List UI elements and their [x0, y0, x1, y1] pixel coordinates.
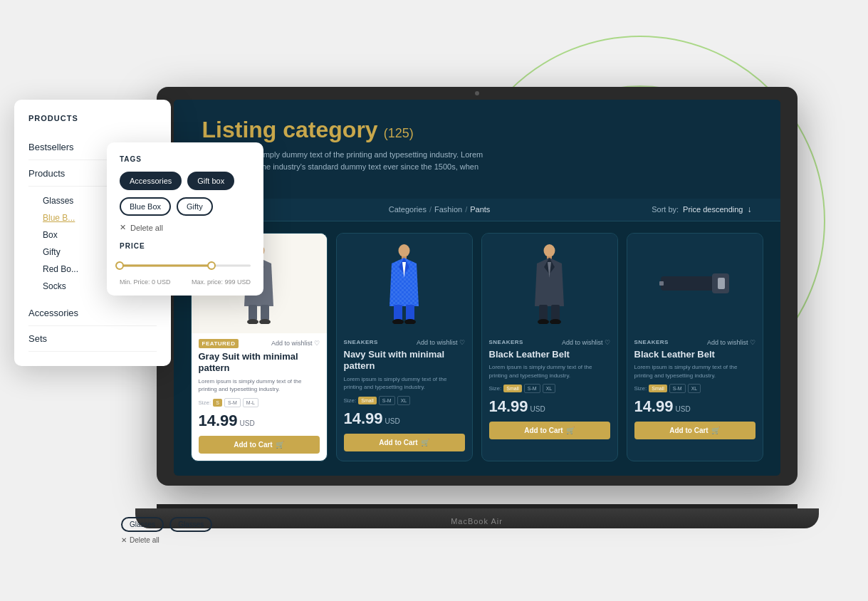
price-section-title: PRICE: [120, 242, 251, 250]
scene: PRODUCTS Bestsellers + Products − Glasse…: [0, 0, 868, 601]
size-row-0: Size: S S-M M-L: [199, 398, 320, 407]
svg-rect-3: [261, 305, 269, 320]
price-0: 14.99: [199, 412, 238, 430]
suit-dark-svg: [530, 242, 569, 324]
svg-rect-22: [718, 278, 725, 289]
price-1: 14.99: [344, 409, 383, 428]
badge-row-1: SNEAKERS Add to wishlist ♡: [344, 339, 465, 346]
listing-title: Listing category (125): [202, 117, 752, 143]
wishlist-btn-2[interactable]: Add to wishlist ♡: [562, 339, 610, 346]
breadcrumb-sep-1: /: [429, 205, 432, 214]
breadcrumb-sep-2: /: [465, 205, 467, 214]
applied-tag-glasses-1[interactable]: Glasses: [121, 517, 164, 532]
product-card-info-0: FEATURED Add to wishlist ♡ Gray Suit wit…: [192, 333, 327, 461]
slider-thumb-min[interactable]: [115, 261, 124, 270]
add-to-cart-3[interactable]: Add to Cart 🛒: [634, 422, 755, 439]
laptop-hinge: [157, 504, 798, 508]
product-card-3: SNEAKERS Add to wishlist ♡ Black Leather…: [627, 233, 763, 461]
size-sm-3[interactable]: S-M: [669, 384, 686, 393]
badge-category-2: SNEAKERS: [489, 339, 523, 345]
badge-category-3: SNEAKERS: [634, 339, 669, 345]
tag-accessories[interactable]: Accessories: [120, 172, 182, 190]
breadcrumb-pants[interactable]: Pants: [470, 205, 490, 214]
price-row-0: 14.99 USD: [199, 412, 320, 430]
product-card-info-1: SNEAKERS Add to wishlist ♡ Navy Suit wit…: [337, 333, 472, 459]
sidebar-item-accessories[interactable]: Accessories: [28, 300, 157, 326]
screen-header: Listing category (125) Lorem Ipsum is si…: [174, 100, 780, 199]
product-desc-2: Lorem ipsum is simply dummy text of the …: [489, 363, 610, 379]
slider-fill: [120, 265, 211, 267]
badge-featured: FEATURED: [199, 339, 239, 348]
size-ml-0[interactable]: M-L: [243, 398, 258, 407]
sidebar-item-sets[interactable]: Sets: [28, 326, 157, 352]
price-2: 14.99: [489, 397, 528, 416]
size-xl-3[interactable]: XL: [688, 384, 701, 393]
size-s-0[interactable]: S: [213, 399, 222, 407]
add-to-cart-0[interactable]: Add to Cart 🛒: [199, 436, 320, 454]
size-small-2[interactable]: Small: [503, 385, 522, 392]
size-small-3[interactable]: Small: [649, 385, 667, 392]
suit-blue-svg: [385, 242, 424, 324]
badge-row-0: FEATURED Add to wishlist ♡: [199, 339, 320, 348]
wishlist-btn-1[interactable]: Add to wishlist ♡: [417, 339, 465, 346]
size-xl-2[interactable]: XL: [543, 384, 556, 393]
price-slider[interactable]: [120, 258, 251, 273]
applied-delete-icon: ✕: [121, 536, 127, 544]
applied-tag-row: Glasses Glasses: [121, 517, 212, 532]
applied-delete-label: Delete all: [130, 536, 160, 544]
size-sm-0[interactable]: S-M: [224, 398, 241, 407]
product-card-info-2: SNEAKERS Add to wishlist ♡ Black Leather…: [482, 333, 617, 446]
breadcrumb-fashion[interactable]: Fashion: [434, 205, 462, 214]
tag-giftbox[interactable]: Gift box: [187, 172, 234, 190]
product-card-2: SNEAKERS Add to wishlist ♡ Black Leather…: [481, 233, 618, 461]
svg-rect-9: [406, 305, 414, 320]
breadcrumb-categories[interactable]: Categories: [389, 205, 427, 214]
tag-bluebox[interactable]: Blue Box: [120, 197, 171, 216]
wishlist-btn-3[interactable]: Add to wishlist ♡: [707, 339, 755, 346]
size-label-0: Size:: [199, 399, 211, 406]
sort-arrow-icon[interactable]: ↓: [747, 204, 751, 214]
sort-value[interactable]: Price descending: [683, 205, 743, 214]
price-min-label: Min. Price: 0 USD: [120, 278, 171, 286]
laptop-camera: [475, 91, 479, 95]
applied-tag-glasses-2[interactable]: Glasses: [169, 517, 212, 532]
laptop-base: MacBook Air: [135, 508, 819, 528]
svg-rect-16: [539, 305, 548, 320]
svg-rect-2: [249, 305, 257, 320]
svg-rect-8: [394, 305, 402, 320]
cart-icon-1: 🛒: [421, 439, 429, 446]
delete-all-tags-row[interactable]: ✕ Delete all: [120, 223, 251, 232]
price-row-3: 14.99 USD: [634, 397, 755, 416]
size-label-3: Size:: [634, 385, 647, 392]
svg-rect-17: [551, 305, 560, 320]
badge-category-1: SNEAKERS: [344, 339, 378, 345]
applied-delete-all[interactable]: ✕ Delete all: [121, 536, 212, 544]
listing-count: (125): [384, 126, 414, 141]
product-name-1: Navy Suit with minimal pattern: [344, 349, 465, 373]
product-desc-3: Lorem ipsum is simply dummy text of the …: [634, 363, 755, 379]
sort-area: Sort by: Price descending ↓: [652, 204, 751, 214]
size-sm-1[interactable]: S-M: [379, 396, 395, 405]
product-name-2: Black Leather Belt: [489, 349, 610, 361]
size-small-1[interactable]: Small: [358, 397, 377, 404]
slider-thumb-max[interactable]: [207, 261, 216, 270]
products-grid: FEATURED Add to wishlist ♡ Gray Suit wit…: [174, 221, 780, 473]
currency-3: USD: [676, 405, 691, 413]
price-row-2: 14.99 USD: [489, 397, 610, 416]
product-card-1: SNEAKERS Add to wishlist ♡ Navy Suit wit…: [336, 233, 473, 461]
size-label-2: Size:: [489, 385, 502, 392]
currency-0: USD: [240, 419, 255, 427]
product-image-1: [337, 234, 472, 333]
size-xl-1[interactable]: XL: [397, 396, 411, 405]
product-image-2: [482, 234, 617, 333]
size-sm-2[interactable]: S-M: [524, 384, 540, 393]
wishlist-btn-0[interactable]: Add to wishlist ♡: [271, 340, 320, 347]
tag-gifty[interactable]: Gifty: [177, 197, 213, 216]
add-to-cart-1[interactable]: Add to Cart 🛒: [344, 434, 465, 451]
add-to-cart-2[interactable]: Add to Cart 🛒: [489, 422, 610, 439]
belt-svg: [659, 269, 731, 298]
product-name-0: Gray Suit with minimal pattern: [199, 351, 320, 375]
listing-title-text: Listing category: [202, 117, 378, 143]
sidebar-title: PRODUCTS: [28, 114, 157, 122]
cart-icon-0: 🛒: [276, 441, 284, 449]
